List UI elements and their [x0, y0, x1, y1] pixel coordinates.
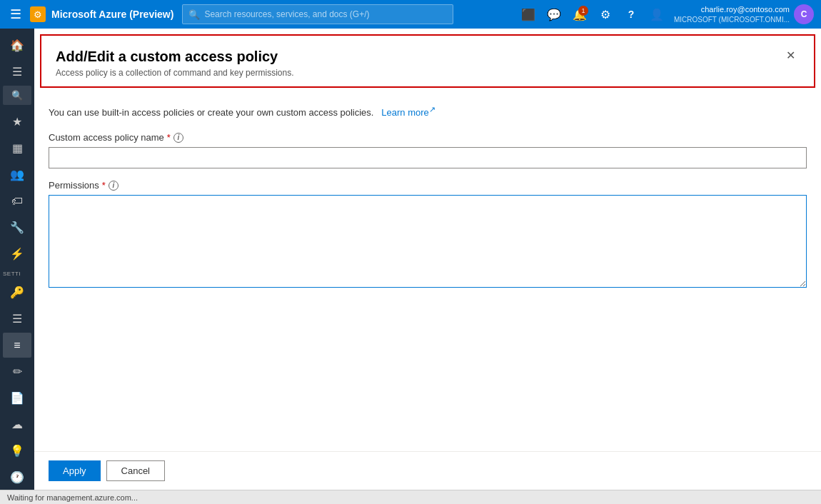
azure-favicon: ⚙ [30, 6, 46, 22]
help-button[interactable]: ? [620, 3, 643, 26]
sidebar-item-edit[interactable]: ✏ [3, 359, 31, 384]
sidebar: 🏠 ☰ 🔍 ★ ▦ 👥 🏷 🔧 ⚡ Setti 🔑 ☰ ≡ ✏ 📄 ☁ 💡 🕐 [0, 29, 34, 490]
required-star: * [167, 132, 171, 143]
permissions-info-icon[interactable]: i [109, 181, 119, 191]
permissions-required-star: * [102, 180, 106, 191]
directory-button[interactable]: 👤 [645, 3, 668, 26]
sidebar-item-dashboard[interactable]: ▦ [3, 136, 31, 161]
search-input[interactable] [204, 9, 447, 19]
sidebar-item-cloud[interactable]: ☁ [3, 412, 31, 437]
settings-button[interactable]: ⚙ [594, 3, 617, 26]
notification-count: 1 [578, 6, 588, 16]
avatar: C [794, 4, 814, 24]
app-layout: 🏠 ☰ 🔍 ★ ▦ 👥 🏷 🔧 ⚡ Setti 🔑 ☰ ≡ ✏ 📄 ☁ 💡 🕐 … [0, 29, 821, 490]
user-tenant: MICROSOFT (MICROSOFT.ONMI... [674, 15, 790, 24]
sidebar-item-doc[interactable]: 📄 [3, 385, 31, 410]
hamburger-menu-icon[interactable]: ☰ [7, 4, 24, 25]
learn-more-link[interactable]: Learn more↗ [381, 107, 435, 118]
topbar-icons: ⬛ 💬 🔔 1 ⚙ ? 👤 charlie.roy@contoso.com MI… [517, 3, 814, 26]
blade: Add/Edit a custom access policy Access p… [34, 29, 821, 490]
sidebar-item-tags[interactable]: 🏷 [3, 188, 31, 213]
global-search-box[interactable]: 🔍 [182, 4, 453, 24]
external-link-icon: ↗ [429, 105, 435, 114]
dialog-header: Add/Edit a custom access policy Access p… [40, 34, 815, 88]
sidebar-item-policy[interactable]: ≡ [3, 333, 31, 358]
sidebar-item-favorites[interactable]: ★ [3, 109, 31, 134]
dialog-body: You can use built-in access policies or … [34, 94, 821, 451]
sidebar-item-lightning[interactable]: ⚡ [3, 241, 31, 266]
dialog-subtitle: Access policy is a collection of command… [56, 68, 293, 78]
info-text: You can use built-in access policies or … [49, 105, 807, 118]
permissions-textarea[interactable] [49, 195, 807, 288]
main-content: Add/Edit a custom access policy Access p… [34, 29, 821, 490]
sidebar-item-tools[interactable]: 🔧 [3, 215, 31, 240]
dialog-footer: Apply Cancel [34, 451, 821, 490]
apply-button[interactable]: Apply [49, 460, 101, 481]
notifications-button[interactable]: 🔔 1 [568, 3, 591, 26]
permissions-field: Permissions * i [49, 180, 807, 290]
policy-name-input[interactable] [49, 147, 807, 168]
policy-name-info-icon[interactable]: i [173, 133, 183, 143]
dialog-title: Add/Edit a custom access policy [56, 49, 293, 65]
sidebar-item-list[interactable]: ☰ [3, 306, 31, 331]
feedback-button[interactable]: 💬 [543, 3, 565, 26]
permissions-label: Permissions * i [49, 180, 807, 191]
app-title: Microsoft Azure (Preview) [51, 9, 173, 20]
user-info: charlie.roy@contoso.com MICROSOFT (MICRO… [674, 4, 790, 24]
dialog-header-content: Add/Edit a custom access policy Access p… [56, 49, 293, 78]
sidebar-settings-label: Setti [0, 268, 34, 278]
sidebar-item-lightbulb[interactable]: 💡 [3, 438, 31, 463]
search-icon: 🔍 [188, 9, 200, 20]
topbar: ☰ ⚙ Microsoft Azure (Preview) 🔍 ⬛ 💬 🔔 1 … [0, 0, 821, 29]
sidebar-item-users[interactable]: 👥 [3, 162, 31, 187]
sidebar-item-key[interactable]: 🔑 [3, 280, 31, 305]
sidebar-search[interactable]: 🔍 [3, 86, 31, 105]
sidebar-item-menu[interactable]: ☰ [3, 59, 31, 84]
sidebar-item-home[interactable]: 🏠 [3, 33, 31, 58]
sidebar-item-clock[interactable]: 🕐 [3, 465, 31, 490]
user-email: charlie.roy@contoso.com [701, 4, 790, 14]
policy-name-label: Custom access policy name * i [49, 132, 807, 143]
dialog-panel: Add/Edit a custom access policy Access p… [34, 29, 821, 490]
cancel-button[interactable]: Cancel [106, 460, 165, 481]
dialog-close-button[interactable]: ✕ [782, 49, 800, 63]
policy-name-field: Custom access policy name * i [49, 132, 807, 168]
cloud-shell-button[interactable]: ⬛ [517, 3, 540, 26]
user-menu[interactable]: charlie.roy@contoso.com MICROSOFT (MICRO… [674, 4, 814, 24]
